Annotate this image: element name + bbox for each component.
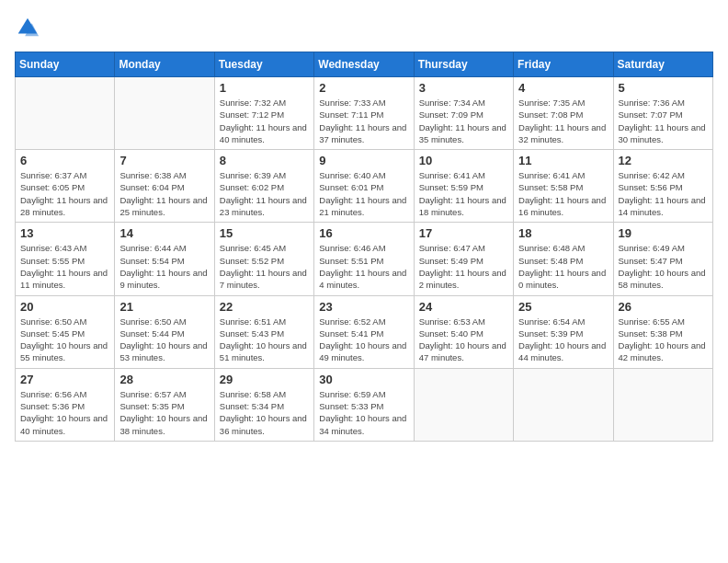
calendar-day-cell [613, 368, 712, 441]
day-detail: Sunrise: 6:39 AM Sunset: 6:02 PM Dayligh… [220, 169, 309, 218]
calendar-day-cell [414, 368, 513, 441]
day-number: 15 [220, 226, 309, 240]
logo-icon [15, 15, 40, 40]
day-number: 7 [119, 154, 209, 167]
calendar-day-cell: 8Sunrise: 6:39 AM Sunset: 6:02 PM Daylig… [214, 150, 313, 223]
calendar-day-cell [16, 77, 115, 150]
day-number: 12 [619, 154, 708, 167]
day-detail: Sunrise: 6:53 AM Sunset: 5:40 PM Dayligh… [419, 316, 508, 364]
weekday-header-saturday: Saturday [613, 52, 712, 77]
calendar-day-cell: 4Sunrise: 7:35 AM Sunset: 7:08 PM Daylig… [514, 77, 613, 150]
calendar-day-cell: 13Sunrise: 6:43 AM Sunset: 5:55 PM Dayli… [16, 223, 115, 295]
day-number: 26 [619, 300, 708, 314]
calendar-day-cell: 26Sunrise: 6:55 AM Sunset: 5:38 PM Dayli… [613, 295, 712, 368]
calendar-week-row: 20Sunrise: 6:50 AM Sunset: 5:45 PM Dayli… [16, 295, 713, 368]
calendar-day-cell: 16Sunrise: 6:46 AM Sunset: 5:51 PM Dayli… [314, 223, 414, 295]
calendar-day-cell: 21Sunrise: 6:50 AM Sunset: 5:44 PM Dayli… [115, 295, 214, 368]
day-number: 3 [419, 81, 508, 95]
day-number: 18 [518, 226, 608, 240]
calendar-day-cell: 7Sunrise: 6:38 AM Sunset: 6:04 PM Daylig… [115, 150, 214, 223]
calendar-table: SundayMondayTuesdayWednesdayThursdayFrid… [15, 52, 713, 442]
day-number: 20 [20, 300, 109, 314]
day-number: 30 [319, 373, 408, 386]
day-detail: Sunrise: 6:38 AM Sunset: 6:04 PM Dayligh… [119, 169, 209, 218]
day-detail: Sunrise: 6:49 AM Sunset: 5:47 PM Dayligh… [619, 242, 708, 291]
calendar-day-cell: 29Sunrise: 6:58 AM Sunset: 5:34 PM Dayli… [214, 368, 313, 441]
day-detail: Sunrise: 6:41 AM Sunset: 5:58 PM Dayligh… [518, 169, 608, 218]
day-detail: Sunrise: 6:46 AM Sunset: 5:51 PM Dayligh… [319, 242, 408, 291]
weekday-header-monday: Monday [115, 52, 214, 77]
day-detail: Sunrise: 6:47 AM Sunset: 5:49 PM Dayligh… [419, 242, 508, 291]
day-detail: Sunrise: 6:54 AM Sunset: 5:39 PM Dayligh… [518, 316, 608, 364]
day-number: 1 [220, 81, 309, 95]
day-number: 22 [220, 300, 309, 314]
day-number: 13 [20, 226, 109, 240]
day-detail: Sunrise: 6:42 AM Sunset: 5:56 PM Dayligh… [619, 169, 708, 218]
day-detail: Sunrise: 6:43 AM Sunset: 5:55 PM Dayligh… [20, 242, 109, 291]
calendar-day-cell: 14Sunrise: 6:44 AM Sunset: 5:54 PM Dayli… [115, 223, 214, 295]
calendar-day-cell: 5Sunrise: 7:36 AM Sunset: 7:07 PM Daylig… [613, 77, 712, 150]
day-number: 19 [619, 226, 708, 240]
day-detail: Sunrise: 6:56 AM Sunset: 5:36 PM Dayligh… [20, 388, 109, 437]
weekday-header-thursday: Thursday [414, 52, 513, 77]
calendar-day-cell: 17Sunrise: 6:47 AM Sunset: 5:49 PM Dayli… [414, 223, 513, 295]
day-detail: Sunrise: 7:36 AM Sunset: 7:07 PM Dayligh… [619, 97, 708, 145]
calendar-day-cell: 18Sunrise: 6:48 AM Sunset: 5:48 PM Dayli… [514, 223, 613, 295]
day-number: 2 [319, 81, 408, 95]
calendar-day-cell: 24Sunrise: 6:53 AM Sunset: 5:40 PM Dayli… [414, 295, 513, 368]
day-number: 17 [419, 226, 508, 240]
calendar-day-cell: 2Sunrise: 7:33 AM Sunset: 7:11 PM Daylig… [314, 77, 414, 150]
day-number: 10 [419, 154, 508, 167]
calendar-week-row: 27Sunrise: 6:56 AM Sunset: 5:36 PM Dayli… [16, 368, 713, 441]
day-detail: Sunrise: 7:33 AM Sunset: 7:11 PM Dayligh… [319, 97, 408, 145]
day-detail: Sunrise: 7:34 AM Sunset: 7:09 PM Dayligh… [419, 97, 508, 145]
calendar-day-cell: 12Sunrise: 6:42 AM Sunset: 5:56 PM Dayli… [613, 150, 712, 223]
day-detail: Sunrise: 6:44 AM Sunset: 5:54 PM Dayligh… [119, 242, 209, 291]
weekday-header-friday: Friday [514, 52, 613, 77]
day-detail: Sunrise: 7:35 AM Sunset: 7:08 PM Dayligh… [518, 97, 608, 145]
day-detail: Sunrise: 6:51 AM Sunset: 5:43 PM Dayligh… [220, 316, 309, 364]
day-number: 25 [518, 300, 608, 314]
day-detail: Sunrise: 6:57 AM Sunset: 5:35 PM Dayligh… [119, 388, 209, 437]
day-number: 8 [220, 154, 309, 167]
calendar-week-row: 6Sunrise: 6:37 AM Sunset: 6:05 PM Daylig… [16, 150, 713, 223]
day-number: 5 [619, 81, 708, 95]
calendar-day-cell: 23Sunrise: 6:52 AM Sunset: 5:41 PM Dayli… [314, 295, 414, 368]
day-detail: Sunrise: 6:41 AM Sunset: 5:59 PM Dayligh… [419, 169, 508, 218]
logo [15, 15, 44, 40]
weekday-header-row: SundayMondayTuesdayWednesdayThursdayFrid… [16, 52, 713, 77]
calendar-day-cell: 27Sunrise: 6:56 AM Sunset: 5:36 PM Dayli… [16, 368, 115, 441]
day-detail: Sunrise: 6:50 AM Sunset: 5:45 PM Dayligh… [20, 316, 109, 364]
calendar-day-cell: 10Sunrise: 6:41 AM Sunset: 5:59 PM Dayli… [414, 150, 513, 223]
weekday-header-tuesday: Tuesday [214, 52, 313, 77]
calendar-day-cell [514, 368, 613, 441]
day-number: 4 [518, 81, 608, 95]
day-detail: Sunrise: 6:45 AM Sunset: 5:52 PM Dayligh… [220, 242, 309, 291]
day-detail: Sunrise: 6:50 AM Sunset: 5:44 PM Dayligh… [119, 316, 209, 364]
day-number: 23 [319, 300, 408, 314]
calendar-day-cell [115, 77, 214, 150]
calendar-day-cell: 25Sunrise: 6:54 AM Sunset: 5:39 PM Dayli… [514, 295, 613, 368]
day-detail: Sunrise: 6:58 AM Sunset: 5:34 PM Dayligh… [220, 388, 309, 437]
day-number: 11 [518, 154, 608, 167]
day-number: 6 [20, 154, 109, 167]
header [15, 15, 713, 40]
day-number: 28 [119, 373, 209, 386]
day-number: 16 [319, 226, 408, 240]
day-detail: Sunrise: 6:55 AM Sunset: 5:38 PM Dayligh… [619, 316, 708, 364]
calendar-day-cell: 15Sunrise: 6:45 AM Sunset: 5:52 PM Dayli… [214, 223, 313, 295]
day-detail: Sunrise: 7:32 AM Sunset: 7:12 PM Dayligh… [220, 97, 309, 145]
day-number: 27 [20, 373, 109, 386]
day-detail: Sunrise: 6:40 AM Sunset: 6:01 PM Dayligh… [319, 169, 408, 218]
day-number: 24 [419, 300, 508, 314]
calendar-day-cell: 3Sunrise: 7:34 AM Sunset: 7:09 PM Daylig… [414, 77, 513, 150]
calendar-day-cell: 6Sunrise: 6:37 AM Sunset: 6:05 PM Daylig… [16, 150, 115, 223]
day-number: 9 [319, 154, 408, 167]
weekday-header-sunday: Sunday [16, 52, 115, 77]
calendar-week-row: 1Sunrise: 7:32 AM Sunset: 7:12 PM Daylig… [16, 77, 713, 150]
calendar-day-cell: 9Sunrise: 6:40 AM Sunset: 6:01 PM Daylig… [314, 150, 414, 223]
calendar-day-cell: 22Sunrise: 6:51 AM Sunset: 5:43 PM Dayli… [214, 295, 313, 368]
day-detail: Sunrise: 6:37 AM Sunset: 6:05 PM Dayligh… [20, 169, 109, 218]
day-number: 21 [119, 300, 209, 314]
day-detail: Sunrise: 6:52 AM Sunset: 5:41 PM Dayligh… [319, 316, 408, 364]
